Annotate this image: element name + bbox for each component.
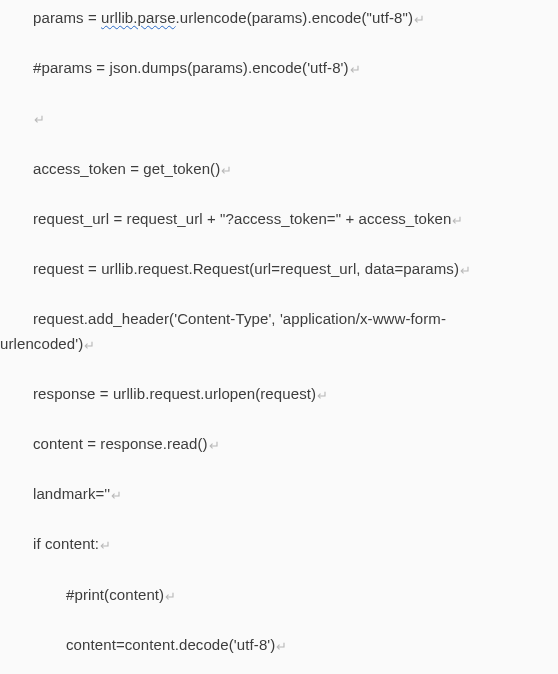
blank-line bbox=[0, 458, 558, 483]
eol-mark: ↵ bbox=[413, 12, 425, 27]
code-line: #params = json.dumps(params).encode('utf… bbox=[0, 56, 558, 82]
code-line: request = urllib.request.Request(url=req… bbox=[0, 257, 558, 283]
code-line: content=content.decode('utf-8')↵ bbox=[0, 633, 558, 659]
eol-mark: ↵ bbox=[83, 338, 95, 353]
eol-mark: ↵ bbox=[459, 263, 471, 278]
squiggle-text: urllib.parse bbox=[101, 9, 176, 26]
eol-mark: ↵ bbox=[316, 388, 328, 403]
code-line: request.add_header('Content-Type', 'appl… bbox=[0, 307, 558, 332]
blank-line bbox=[0, 508, 558, 533]
code-text: response = urllib.request.urlopen(reques… bbox=[33, 385, 316, 402]
blank-line bbox=[0, 357, 558, 382]
blank-line bbox=[0, 408, 558, 433]
eol-mark: ↵ bbox=[208, 438, 220, 453]
blank-line bbox=[0, 558, 558, 583]
code-editor: params = urllib.parse.urlencode(params).… bbox=[0, 0, 558, 674]
blank-line bbox=[0, 182, 558, 207]
eol-mark: ↵ bbox=[33, 112, 45, 127]
eol-mark: ↵ bbox=[220, 163, 232, 178]
code-text: request = urllib.request.Request(url=req… bbox=[33, 260, 459, 277]
blank-line bbox=[0, 132, 558, 157]
blank-line bbox=[0, 82, 558, 107]
blank-line bbox=[0, 283, 558, 308]
code-line: ↵ bbox=[0, 106, 558, 132]
eol-mark: ↵ bbox=[451, 213, 463, 228]
code-text: access_token = get_token() bbox=[33, 160, 220, 177]
code-line: if content:↵ bbox=[0, 532, 558, 558]
code-line: request_url = request_url + "?access_tok… bbox=[0, 207, 558, 233]
code-text: content=content.decode('utf-8') bbox=[66, 636, 275, 653]
code-line: response = urllib.request.urlopen(reques… bbox=[0, 382, 558, 408]
eol-mark: ↵ bbox=[275, 639, 287, 654]
eol-mark: ↵ bbox=[349, 62, 361, 77]
code-line: params = urllib.parse.urlencode(params).… bbox=[0, 6, 558, 32]
code-text: request_url = request_url + "?access_tok… bbox=[33, 210, 451, 227]
eol-mark: ↵ bbox=[110, 488, 122, 503]
code-text: if content: bbox=[33, 535, 99, 552]
code-text: landmark='' bbox=[33, 485, 110, 502]
code-line: landmark=''↵ bbox=[0, 482, 558, 508]
code-line: access_token = get_token()↵ bbox=[0, 157, 558, 183]
code-text: #params = json.dumps(params).encode('utf… bbox=[33, 59, 349, 76]
blank-line bbox=[0, 32, 558, 57]
code-text: content = response.read() bbox=[33, 435, 208, 452]
blank-line bbox=[0, 608, 558, 633]
code-text: .urlencode(params).encode("utf-8") bbox=[176, 9, 414, 26]
eol-mark: ↵ bbox=[164, 589, 176, 604]
code-text: params = bbox=[33, 9, 101, 26]
code-line: #print(content)↵ bbox=[0, 583, 558, 609]
code-line: urlencoded')↵ bbox=[0, 332, 558, 358]
code-line: content = response.read()↵ bbox=[0, 432, 558, 458]
blank-line bbox=[0, 232, 558, 257]
code-text: #print(content) bbox=[66, 586, 164, 603]
code-text: urlencoded') bbox=[0, 335, 83, 352]
code-text: request.add_header('Content-Type', 'appl… bbox=[33, 310, 446, 327]
eol-mark: ↵ bbox=[99, 538, 111, 553]
